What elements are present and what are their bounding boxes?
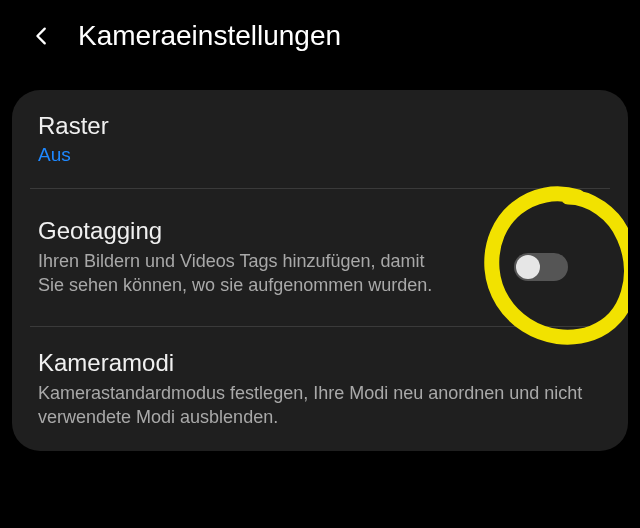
setting-value: Aus	[38, 144, 602, 166]
setting-grid-lines[interactable]: Raster Aus	[12, 90, 628, 188]
setting-geotagging[interactable]: Geotagging Ihren Bildern und Videos Tags…	[12, 189, 628, 326]
geotagging-toggle[interactable]	[514, 253, 568, 281]
setting-title: Raster	[38, 112, 602, 140]
toggle-knob	[516, 255, 540, 279]
setting-description: Kamerastandardmodus festlegen, Ihre Modi…	[38, 381, 598, 430]
setting-description: Ihren Bildern und Videos Tags hinzufügen…	[38, 249, 448, 298]
settings-panel: Raster Aus Geotagging Ihren Bildern und …	[12, 90, 628, 451]
setting-camera-modes[interactable]: Kameramodi Kamerastandardmodus festlegen…	[12, 327, 628, 452]
back-icon[interactable]	[30, 24, 54, 48]
setting-title: Kameramodi	[38, 349, 602, 377]
setting-title: Geotagging	[38, 217, 502, 245]
page-title: Kameraeinstellungen	[78, 20, 341, 52]
header: Kameraeinstellungen	[0, 0, 640, 72]
